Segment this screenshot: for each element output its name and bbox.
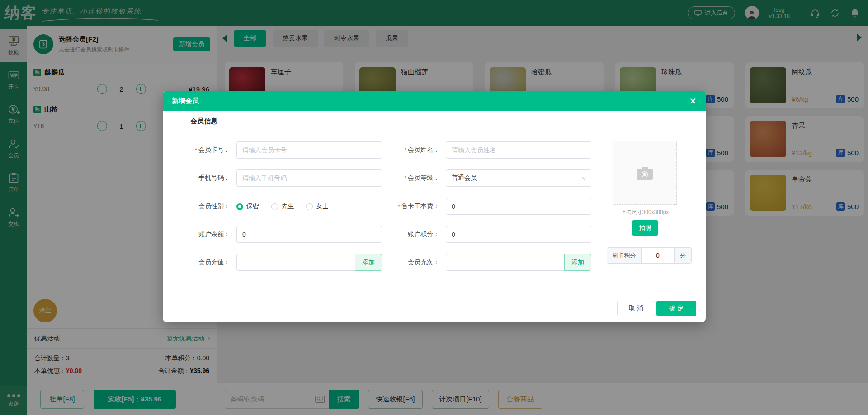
pos-app: 纳客 专注单店、小连锁的收银系统 进入后台 lssg v1.33.18 (0, 0, 868, 415)
dialog-header: 新增会员 ✕ (163, 91, 706, 111)
radio-icon (236, 203, 243, 210)
field-member-name: 会员姓名： (372, 141, 591, 159)
field-card-fee: 售卡工本费： (372, 198, 591, 215)
member-name-input[interactable] (446, 141, 591, 159)
swipe-points-unit: 分 (674, 248, 691, 263)
gender-radio-先生[interactable]: 先生 (271, 202, 294, 210)
upload-size-hint: 上传尺寸300x300px (590, 209, 699, 216)
gender-radio-保密[interactable]: 保密 (236, 202, 259, 210)
camera-icon (636, 165, 654, 181)
gender-radio-女士[interactable]: 女士 (306, 202, 329, 210)
take-photo-button[interactable]: 拍照 (632, 220, 658, 236)
field-member-level: 会员等级： 普通会员 (372, 169, 591, 187)
swipe-points-group: 刷卡积分 分 (607, 247, 692, 264)
field-card-no: 会员卡号： (163, 141, 382, 159)
recharge-input[interactable] (236, 254, 355, 271)
field-recharge: 会员充值： 添加 (163, 254, 382, 271)
field-phone: 手机号码： (163, 169, 382, 187)
section-title: 会员信息 (190, 117, 217, 126)
balance-input[interactable] (236, 226, 382, 243)
cancel-button[interactable]: 取 消 (617, 301, 655, 316)
points-input[interactable] (446, 226, 591, 243)
times-input[interactable] (446, 254, 564, 271)
radio-icon (306, 203, 313, 210)
member-level-select[interactable]: 普通会员 (446, 169, 591, 187)
field-times: 会员充次： 添加 (372, 254, 591, 271)
card-fee-input[interactable] (446, 198, 591, 215)
radio-icon (271, 203, 278, 210)
phone-input[interactable] (236, 169, 382, 187)
field-gender: 会员性别： 保密先生女士 (163, 198, 329, 215)
chevron-down-icon (582, 175, 587, 180)
times-add-button[interactable]: 添加 (564, 254, 591, 271)
field-points: 账户积分： (372, 226, 591, 243)
photo-upload-box[interactable] (613, 141, 677, 205)
field-balance: 账户余额： (163, 226, 382, 243)
card-no-input[interactable] (236, 141, 382, 159)
confirm-button[interactable]: 确 定 (656, 301, 696, 316)
swipe-points-label: 刷卡积分 (607, 248, 642, 263)
close-icon[interactable]: ✕ (689, 97, 697, 106)
add-member-dialog: 新增会员 ✕ 会员信息 会员卡号： 会员姓名： 手机号码： 会员等级： 普通会员 (163, 91, 706, 322)
gender-radio-group: 保密先生女士 (236, 202, 329, 210)
dialog-title: 新增会员 (172, 97, 199, 105)
swipe-points-input[interactable] (642, 248, 674, 263)
